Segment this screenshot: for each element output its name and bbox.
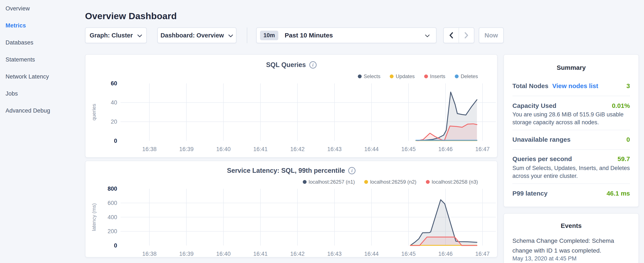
now-button[interactable]: Now xyxy=(479,28,504,43)
now-button-label: Now xyxy=(484,32,498,39)
sidebar-item-overview[interactable]: Overview xyxy=(0,0,85,17)
time-step-forward-button[interactable] xyxy=(459,28,474,43)
svg-text:16:42: 16:42 xyxy=(290,251,305,257)
svg-text:16:38: 16:38 xyxy=(142,251,157,257)
svg-text:0: 0 xyxy=(114,138,117,144)
svg-text:16:40: 16:40 xyxy=(216,146,231,152)
svg-text:800: 800 xyxy=(108,185,117,192)
sql-queries-chart-card: SQL Queries i SelectsUpdatesInsertsDelet… xyxy=(85,54,498,158)
svg-text:16:41: 16:41 xyxy=(253,146,268,152)
svg-text:16:40: 16:40 xyxy=(216,251,231,257)
events-title: Events xyxy=(504,222,638,229)
summary-row-label: Capacity Used xyxy=(512,102,556,109)
divider xyxy=(512,96,630,96)
event-timestamp: May 13, 2020 at 4:45 PM xyxy=(512,255,630,262)
svg-text:16:45: 16:45 xyxy=(401,146,416,152)
sidebar-item-statements[interactable]: Statements xyxy=(0,51,85,68)
summary-row-value: 46.1 ms xyxy=(606,190,630,197)
sidebar-item-advanced-debug[interactable]: Advanced Debug xyxy=(0,102,85,119)
svg-text:200: 200 xyxy=(108,228,117,234)
svg-text:16:44: 16:44 xyxy=(364,251,379,257)
svg-text:16:42: 16:42 xyxy=(290,146,305,152)
summary-row-value: 0 xyxy=(626,136,630,143)
svg-text:16:39: 16:39 xyxy=(179,146,194,152)
divider xyxy=(512,130,630,130)
divider xyxy=(512,183,630,184)
svg-text:16:45: 16:45 xyxy=(401,251,416,257)
chevron-down-icon xyxy=(228,34,233,38)
svg-text:16:39: 16:39 xyxy=(179,251,194,257)
event-item[interactable]: Schema Change Completed: Schema change w… xyxy=(512,236,630,255)
summary-row-label: Unavailable ranges xyxy=(512,136,570,143)
sidebar-item-jobs[interactable]: Jobs xyxy=(0,85,85,102)
summary-row-subtext: You are using 28.6 MiB of 515.9 GiB usab… xyxy=(512,111,631,126)
svg-text:latency (ms): latency (ms) xyxy=(91,203,97,231)
summary-row-label: P99 latency xyxy=(512,190,548,197)
svg-text:16:46: 16:46 xyxy=(438,251,453,257)
chevron-down-icon xyxy=(425,35,430,37)
summary-row-label: Queries per second xyxy=(512,155,572,163)
summary-row-value: 3 xyxy=(626,82,630,90)
summary-row-value: 59.7 xyxy=(618,155,630,163)
dashboard-dropdown[interactable]: Dashboard: Overview xyxy=(157,28,236,43)
svg-text:16:46: 16:46 xyxy=(438,146,453,152)
summary-title: Summary xyxy=(504,64,638,71)
summary-row-subtext: Sum of Selects, Updates, Inserts, and De… xyxy=(512,164,631,180)
chevron-down-icon xyxy=(137,34,142,38)
sql-queries-chart[interactable]: 16:3816:3916:4016:4116:4216:4316:4416:45… xyxy=(86,55,497,157)
time-range-label: Past 10 Minutes xyxy=(285,32,333,39)
chevron-left-icon xyxy=(450,32,453,39)
summary-row-queries-per-second: Queries per second59.7 xyxy=(512,155,630,163)
page-title: Overview Dashboard xyxy=(85,11,177,21)
time-step-back-button[interactable] xyxy=(444,28,458,43)
time-step-button-group xyxy=(443,28,474,43)
summary-row-unavailable-ranges: Unavailable ranges0 xyxy=(512,136,630,143)
graph-scope-dropdown[interactable]: Graph: Cluster xyxy=(85,28,147,43)
toolbar-divider xyxy=(247,28,247,43)
service-latency-chart-card: Service Latency: SQL, 99th percentile i … xyxy=(85,161,498,257)
summary-row-value: 0.01% xyxy=(612,102,630,109)
svg-text:16:47: 16:47 xyxy=(476,146,490,152)
sidebar-item-network-latency[interactable]: Network Latency xyxy=(0,68,85,85)
divider xyxy=(512,149,630,150)
toolbar: Graph: Cluster Dashboard: Overview 10m P… xyxy=(0,28,644,43)
svg-text:16:41: 16:41 xyxy=(253,251,268,257)
chevron-right-icon xyxy=(464,32,468,39)
svg-text:16:43: 16:43 xyxy=(327,146,342,152)
svg-text:60: 60 xyxy=(111,80,117,87)
svg-text:16:43: 16:43 xyxy=(327,251,342,257)
graph-scope-label: Graph: Cluster xyxy=(90,32,133,39)
time-range-dropdown[interactable]: 10m Past 10 Minutes xyxy=(256,28,436,43)
view-nodes-list-link[interactable]: View nodes list xyxy=(552,82,598,90)
svg-text:20: 20 xyxy=(111,119,117,125)
summary-row-total-nodes: Total NodesView nodes list3 xyxy=(512,82,630,90)
svg-text:400: 400 xyxy=(108,214,117,220)
svg-text:40: 40 xyxy=(111,99,117,106)
svg-text:600: 600 xyxy=(108,200,117,206)
svg-text:16:44: 16:44 xyxy=(364,146,379,152)
dashboard-label: Dashboard: Overview xyxy=(160,32,224,39)
service-latency-chart[interactable]: 16:3816:3916:4016:4116:4216:4316:4416:45… xyxy=(86,161,497,257)
svg-text:queries: queries xyxy=(91,104,97,121)
summary-row-label: Total Nodes xyxy=(512,82,548,90)
summary-row-p99-latency: P99 latency46.1 ms xyxy=(512,190,630,197)
svg-text:16:47: 16:47 xyxy=(476,251,490,257)
summary-row-capacity-used: Capacity Used0.01% xyxy=(512,102,630,109)
summary-panel: Summary Total NodesView nodes list3Capac… xyxy=(504,54,639,207)
time-range-badge: 10m xyxy=(260,31,278,40)
svg-text:0: 0 xyxy=(114,242,117,249)
events-panel: Events Schema Change Completed: Schema c… xyxy=(504,213,639,263)
svg-text:16:38: 16:38 xyxy=(142,146,157,152)
